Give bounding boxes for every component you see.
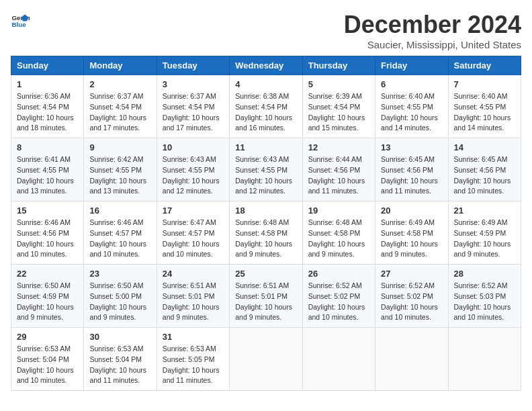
day-number: 3 [163,79,224,89]
calendar-header-row: SundayMondayTuesdayWednesdayThursdayFrid… [11,56,521,75]
column-header-saturday: Saturday [448,56,521,75]
day-number: 31 [163,332,224,342]
calendar-cell: 19Sunrise: 6:48 AMSunset: 4:58 PMDayligh… [302,201,375,265]
month-title: December 2024 [344,11,521,39]
day-number: 4 [235,79,296,89]
column-header-friday: Friday [375,56,448,75]
day-info: Sunrise: 6:52 AMSunset: 5:03 PMDaylight:… [454,281,515,323]
day-number: 27 [381,269,442,279]
day-number: 12 [308,142,369,152]
column-header-wednesday: Wednesday [230,56,302,75]
day-number: 26 [308,269,369,279]
calendar-week-row: 1Sunrise: 6:36 AMSunset: 4:54 PMDaylight… [11,75,521,138]
calendar-cell: 24Sunrise: 6:51 AMSunset: 5:01 PMDayligh… [157,265,229,328]
day-info: Sunrise: 6:37 AMSunset: 4:54 PMDaylight:… [163,91,224,134]
day-info: Sunrise: 6:40 AMSunset: 4:55 PMDaylight:… [381,91,442,134]
calendar-week-row: 22Sunrise: 6:50 AMSunset: 4:59 PMDayligh… [11,265,521,328]
day-number: 30 [89,332,150,342]
day-number: 13 [381,142,442,152]
day-number: 2 [89,79,150,89]
calendar-cell: 20Sunrise: 6:49 AMSunset: 4:58 PMDayligh… [375,201,448,265]
calendar-cell: 22Sunrise: 6:50 AMSunset: 4:59 PMDayligh… [11,265,84,328]
day-info: Sunrise: 6:50 AMSunset: 5:00 PMDaylight:… [89,281,150,323]
title-block: December 2024 Saucier, Mississippi, Unit… [344,11,521,50]
calendar-cell: 3Sunrise: 6:37 AMSunset: 4:54 PMDaylight… [157,75,229,138]
day-info: Sunrise: 6:41 AMSunset: 4:55 PMDaylight:… [17,154,78,197]
calendar-cell: 28Sunrise: 6:52 AMSunset: 5:03 PMDayligh… [448,265,521,328]
day-number: 24 [163,269,224,279]
day-info: Sunrise: 6:40 AMSunset: 4:55 PMDaylight:… [454,91,515,134]
calendar-cell [302,328,375,391]
calendar-cell: 30Sunrise: 6:53 AMSunset: 5:04 PMDayligh… [84,328,157,391]
day-info: Sunrise: 6:48 AMSunset: 4:58 PMDaylight:… [235,218,296,260]
calendar-cell [230,328,302,391]
day-number: 29 [17,332,78,342]
calendar-cell: 26Sunrise: 6:52 AMSunset: 5:02 PMDayligh… [302,265,375,328]
day-info: Sunrise: 6:37 AMSunset: 4:54 PMDaylight:… [89,91,150,134]
logo-icon: General Blue [11,11,30,30]
day-info: Sunrise: 6:39 AMSunset: 4:54 PMDaylight:… [308,91,369,134]
calendar-cell: 8Sunrise: 6:41 AMSunset: 4:55 PMDaylight… [11,138,84,201]
calendar-cell: 10Sunrise: 6:43 AMSunset: 4:55 PMDayligh… [157,138,229,201]
day-info: Sunrise: 6:43 AMSunset: 4:55 PMDaylight:… [235,154,296,197]
calendar-cell: 15Sunrise: 6:46 AMSunset: 4:56 PMDayligh… [11,201,84,265]
day-number: 7 [454,79,515,89]
day-number: 21 [454,205,515,216]
day-number: 19 [308,205,369,216]
day-number: 23 [89,269,150,279]
calendar-week-row: 15Sunrise: 6:46 AMSunset: 4:56 PMDayligh… [11,201,521,265]
calendar-cell: 29Sunrise: 6:53 AMSunset: 5:04 PMDayligh… [11,328,84,391]
day-info: Sunrise: 6:51 AMSunset: 5:01 PMDaylight:… [163,281,224,323]
day-info: Sunrise: 6:47 AMSunset: 4:57 PMDaylight:… [163,218,224,260]
day-number: 6 [381,79,442,89]
calendar-cell: 27Sunrise: 6:52 AMSunset: 5:02 PMDayligh… [375,265,448,328]
day-info: Sunrise: 6:53 AMSunset: 5:04 PMDaylight:… [17,344,78,386]
day-number: 25 [235,269,296,279]
day-number: 18 [235,205,296,216]
day-info: Sunrise: 6:45 AMSunset: 4:56 PMDaylight:… [381,154,442,197]
calendar-cell: 23Sunrise: 6:50 AMSunset: 5:00 PMDayligh… [84,265,157,328]
day-info: Sunrise: 6:49 AMSunset: 4:59 PMDaylight:… [454,218,515,260]
day-info: Sunrise: 6:45 AMSunset: 4:56 PMDaylight:… [454,154,515,197]
day-number: 1 [17,79,78,89]
calendar-cell: 25Sunrise: 6:51 AMSunset: 5:01 PMDayligh… [230,265,302,328]
calendar-week-row: 8Sunrise: 6:41 AMSunset: 4:55 PMDaylight… [11,138,521,201]
calendar-cell: 18Sunrise: 6:48 AMSunset: 4:58 PMDayligh… [230,201,302,265]
calendar-cell: 5Sunrise: 6:39 AMSunset: 4:54 PMDaylight… [302,75,375,138]
day-number: 9 [89,142,150,152]
calendar-cell: 16Sunrise: 6:46 AMSunset: 4:57 PMDayligh… [84,201,157,265]
calendar-cell: 17Sunrise: 6:47 AMSunset: 4:57 PMDayligh… [157,201,229,265]
column-header-sunday: Sunday [11,56,84,75]
calendar-cell [375,328,448,391]
calendar-cell [448,328,521,391]
day-info: Sunrise: 6:38 AMSunset: 4:54 PMDaylight:… [235,91,296,134]
column-header-tuesday: Tuesday [157,56,229,75]
calendar-cell: 12Sunrise: 6:44 AMSunset: 4:56 PMDayligh… [302,138,375,201]
logo: General Blue [11,11,30,30]
column-header-thursday: Thursday [302,56,375,75]
calendar-week-row: 29Sunrise: 6:53 AMSunset: 5:04 PMDayligh… [11,328,521,391]
day-info: Sunrise: 6:46 AMSunset: 4:56 PMDaylight:… [17,218,78,260]
svg-text:Blue: Blue [11,21,26,28]
day-info: Sunrise: 6:48 AMSunset: 4:58 PMDaylight:… [308,218,369,260]
calendar-cell: 4Sunrise: 6:38 AMSunset: 4:54 PMDaylight… [230,75,302,138]
day-number: 22 [17,269,78,279]
day-info: Sunrise: 6:52 AMSunset: 5:02 PMDaylight:… [308,281,369,323]
day-number: 17 [163,205,224,216]
calendar-cell: 14Sunrise: 6:45 AMSunset: 4:56 PMDayligh… [448,138,521,201]
day-info: Sunrise: 6:43 AMSunset: 4:55 PMDaylight:… [163,154,224,197]
day-number: 15 [17,205,78,216]
day-number: 20 [381,205,442,216]
day-number: 8 [17,142,78,152]
calendar-cell: 11Sunrise: 6:43 AMSunset: 4:55 PMDayligh… [230,138,302,201]
calendar-table: SundayMondayTuesdayWednesdayThursdayFrid… [11,56,521,391]
day-number: 16 [89,205,150,216]
calendar-cell: 6Sunrise: 6:40 AMSunset: 4:55 PMDaylight… [375,75,448,138]
column-header-monday: Monday [84,56,157,75]
calendar-cell: 7Sunrise: 6:40 AMSunset: 4:55 PMDaylight… [448,75,521,138]
calendar-cell: 1Sunrise: 6:36 AMSunset: 4:54 PMDaylight… [11,75,84,138]
day-number: 14 [454,142,515,152]
day-info: Sunrise: 6:44 AMSunset: 4:56 PMDaylight:… [308,154,369,197]
calendar-cell: 13Sunrise: 6:45 AMSunset: 4:56 PMDayligh… [375,138,448,201]
calendar-cell: 21Sunrise: 6:49 AMSunset: 4:59 PMDayligh… [448,201,521,265]
